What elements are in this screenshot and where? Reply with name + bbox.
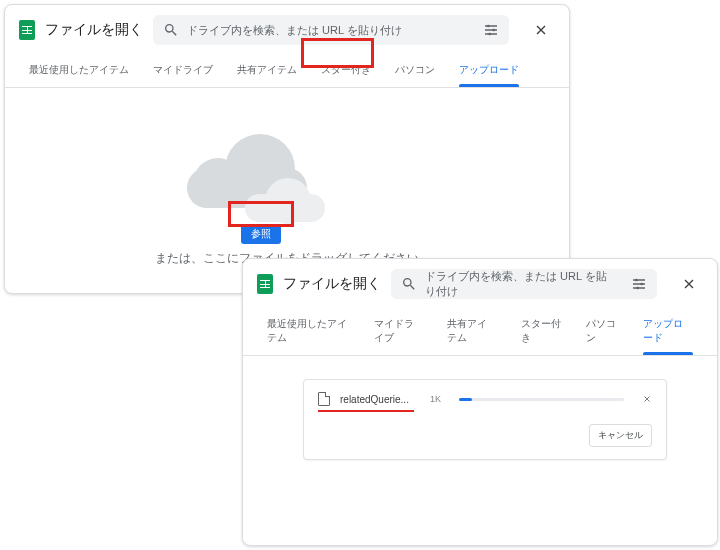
svg-point-3 xyxy=(635,279,638,282)
tune-icon[interactable] xyxy=(631,276,647,292)
tab-mydrive[interactable]: マイドライブ xyxy=(364,309,434,355)
tab-shared[interactable]: 共有アイテム xyxy=(437,309,507,355)
open-file-dialog-2: ファイルを開く ドライブ内を検索、または URL を貼り付け 最近使用したアイテ… xyxy=(242,258,718,546)
tabs-bar: 最近使用したアイテム マイドライブ 共有アイテム スター付き パソコン アップロ… xyxy=(243,305,717,356)
upload-row: relatedQuerie... 1K xyxy=(318,392,652,410)
cloud-illustration xyxy=(175,134,325,224)
progress-bar xyxy=(459,398,624,401)
annotation-underline xyxy=(318,410,414,412)
tab-mydrive[interactable]: マイドライブ xyxy=(143,55,223,87)
dialog-header: ファイルを開く ドライブ内を検索、または URL を貼り付け xyxy=(5,5,569,51)
svg-point-1 xyxy=(492,29,495,32)
cancel-button[interactable]: キャンセル xyxy=(589,424,652,447)
tab-upload[interactable]: アップロード xyxy=(449,55,529,87)
tab-recent[interactable]: 最近使用したアイテム xyxy=(19,55,139,87)
upload-progress-card: relatedQuerie... 1K キャンセル xyxy=(303,379,667,460)
dialog-title: ファイルを開く xyxy=(45,21,143,39)
tab-upload[interactable]: アップロード xyxy=(633,309,703,355)
dialog-title: ファイルを開く xyxy=(283,275,381,293)
close-button[interactable] xyxy=(527,16,555,44)
sheets-icon xyxy=(19,20,35,40)
file-size: 1K xyxy=(430,394,441,404)
search-icon xyxy=(163,22,179,38)
search-box[interactable]: ドライブ内を検索、または URL を貼り付け xyxy=(391,269,657,299)
tab-shared[interactable]: 共有アイテム xyxy=(227,55,307,87)
search-placeholder: ドライブ内を検索、または URL を貼り付け xyxy=(425,269,615,299)
tab-computer[interactable]: パソコン xyxy=(385,55,445,87)
tab-recent[interactable]: 最近使用したアイテム xyxy=(257,309,360,355)
tab-starred[interactable]: スター付き xyxy=(311,55,381,87)
file-icon xyxy=(318,392,330,406)
search-placeholder: ドライブ内を検索、または URL を貼り付け xyxy=(187,23,402,38)
file-name: relatedQuerie... xyxy=(340,394,420,405)
sheets-icon xyxy=(257,274,273,294)
search-box[interactable]: ドライブ内を検索、または URL を貼り付け xyxy=(153,15,509,45)
svg-point-4 xyxy=(640,283,643,286)
svg-point-2 xyxy=(488,33,491,36)
tune-icon[interactable] xyxy=(483,22,499,38)
tab-starred[interactable]: スター付き xyxy=(511,309,572,355)
open-file-dialog-1: ファイルを開く ドライブ内を検索、または URL を貼り付け 最近使用したアイテ… xyxy=(4,4,570,294)
svg-point-0 xyxy=(487,25,490,28)
remove-file-button[interactable] xyxy=(642,394,652,404)
search-icon xyxy=(401,276,417,292)
close-button[interactable] xyxy=(675,270,703,298)
tabs-bar: 最近使用したアイテム マイドライブ 共有アイテム スター付き パソコン アップロ… xyxy=(5,51,569,88)
tab-computer[interactable]: パソコン xyxy=(576,309,629,355)
browse-button[interactable]: 参照 xyxy=(241,224,281,244)
svg-point-5 xyxy=(636,287,639,290)
dialog-header: ファイルを開く ドライブ内を検索、または URL を貼り付け xyxy=(243,259,717,305)
